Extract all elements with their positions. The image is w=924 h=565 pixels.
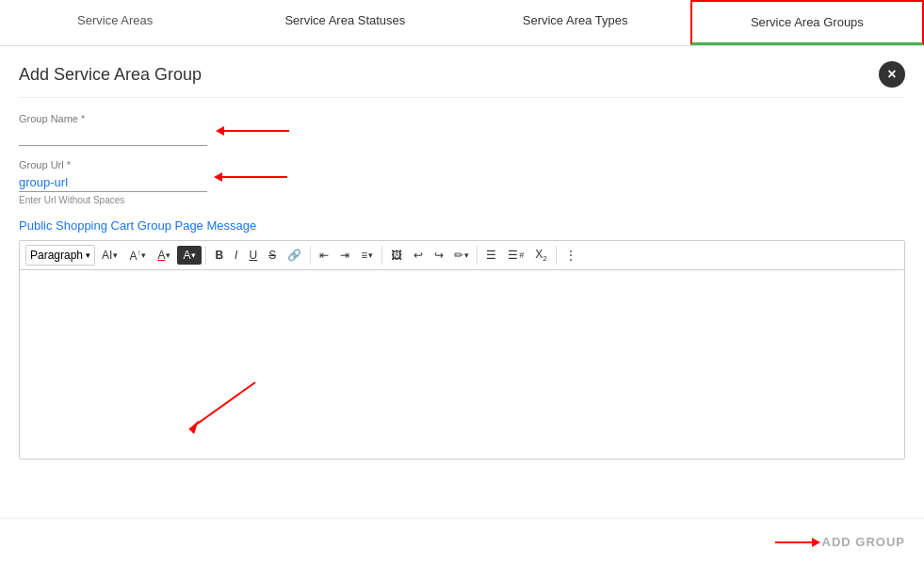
highlight-button[interactable]: ✏ ▾ — [450, 246, 473, 265]
subscript-icon: X2 — [535, 248, 546, 263]
tab-label: Service Area Types — [523, 13, 628, 27]
close-icon: × — [887, 66, 896, 83]
strikethrough-icon: S — [268, 249, 276, 262]
editor-toolbar: Paragraph ▾ AI ▾ A↑ ▾ A ▾ A ▾ — [20, 241, 904, 270]
group-url-label: Group Url * — [19, 159, 905, 170]
underline-button[interactable]: U — [244, 246, 262, 265]
more-icon: ⋮ — [565, 249, 576, 262]
add-group-row: ADD GROUP — [775, 535, 905, 549]
chevron-down-icon: ▾ — [368, 250, 373, 260]
redo-icon: ↪ — [434, 249, 444, 262]
toolbar-separator — [477, 246, 478, 265]
align-icon: ≡ — [361, 249, 367, 262]
group-url-input[interactable] — [19, 173, 207, 192]
main-content: Add Service Area Group × Group Name * Gr… — [0, 46, 924, 475]
toolbar-separator — [310, 246, 311, 265]
italic-button[interactable]: I — [230, 246, 242, 265]
image-button[interactable]: 🖼 — [386, 246, 407, 265]
bold-button[interactable]: B — [210, 246, 228, 265]
underline-icon: U — [249, 249, 257, 262]
tab-service-area-types[interactable]: Service Area Types — [461, 0, 690, 45]
group-name-field: Group Name * — [19, 113, 905, 146]
indent-out-button[interactable]: ⇤ — [315, 246, 333, 265]
font-size-icon: AI — [102, 249, 112, 262]
image-icon: 🖼 — [391, 249, 402, 262]
list-ordered-icon: ☰ — [508, 249, 518, 262]
list-unordered-button[interactable]: ☰ — [481, 246, 501, 265]
font-color-button[interactable]: A ▾ — [153, 246, 175, 265]
tab-label: Service Areas — [77, 13, 153, 27]
paragraph-select[interactable]: Paragraph ▾ — [25, 245, 95, 266]
bg-color-button[interactable]: A ▾ — [177, 246, 202, 265]
link-icon: 🔗 — [287, 249, 301, 262]
section-header: Add Service Area Group × — [19, 61, 905, 98]
chevron-down-icon: ▾ — [191, 250, 196, 260]
redo-button[interactable]: ↪ — [430, 246, 448, 265]
editor-section-label: Public Shopping Cart Group Page Message — [19, 218, 905, 233]
close-button[interactable]: × — [879, 61, 905, 88]
indent-in-button[interactable]: ⇥ — [335, 246, 354, 265]
add-group-button[interactable]: ADD GROUP — [822, 535, 905, 549]
more-button[interactable]: ⋮ — [560, 246, 581, 265]
toolbar-separator — [556, 246, 557, 265]
paragraph-label: Paragraph — [30, 249, 83, 262]
group-url-field: Group Url * Enter Url Without Spaces — [19, 159, 905, 205]
font-size-grow-button[interactable]: A↑ ▾ — [124, 246, 151, 266]
group-url-arrow — [221, 176, 287, 178]
chevron-down-icon: ▾ — [166, 250, 170, 260]
list-ordered-num: # — [519, 250, 524, 260]
font-color-icon: A — [157, 249, 165, 262]
undo-button[interactable]: ↩ — [409, 246, 428, 265]
group-name-label: Group Name * — [19, 113, 905, 124]
group-name-arrow — [221, 130, 289, 132]
add-group-arrow — [775, 541, 813, 543]
tabs-bar: Service Areas Service Area Statuses Serv… — [0, 0, 924, 46]
subscript-button[interactable]: X2 — [530, 245, 551, 266]
bold-icon: B — [215, 249, 223, 262]
tab-service-areas[interactable]: Service Areas — [0, 0, 230, 45]
toolbar-separator — [381, 246, 382, 265]
bottom-bar: ADD GROUP — [0, 518, 924, 565]
chevron-down-icon: ▾ — [464, 250, 469, 260]
link-button[interactable]: 🔗 — [283, 246, 306, 265]
chevron-down-icon: ▾ — [86, 250, 90, 260]
list-ordered-button[interactable]: ☰ # — [503, 246, 528, 265]
undo-icon: ↩ — [413, 249, 423, 262]
chevron-down-icon: ▾ — [141, 250, 146, 260]
add-group-label: ADD GROUP — [822, 535, 905, 549]
tab-service-area-groups[interactable]: Service Area Groups — [690, 0, 924, 45]
indent-out-icon: ⇤ — [319, 249, 329, 262]
font-size-grow-icon: A↑ — [129, 249, 140, 263]
highlight-icon: ✏ — [454, 249, 463, 262]
strikethrough-button[interactable]: S — [264, 246, 281, 265]
list-unordered-icon: ☰ — [486, 249, 496, 262]
font-size-button[interactable]: AI ▾ — [97, 246, 122, 265]
align-button[interactable]: ≡ ▾ — [356, 246, 378, 265]
bg-color-icon: A — [183, 249, 190, 262]
tab-label: Service Area Groups — [751, 15, 864, 29]
indent-in-icon: ⇥ — [340, 249, 349, 262]
editor-content-area[interactable] — [20, 270, 904, 459]
group-name-input[interactable] — [19, 127, 207, 146]
tab-service-area-statuses[interactable]: Service Area Statuses — [230, 0, 460, 45]
tab-label: Service Area Statuses — [284, 13, 405, 27]
page-title: Add Service Area Group — [19, 65, 202, 85]
toolbar-separator — [205, 246, 206, 265]
rich-text-editor: Paragraph ▾ AI ▾ A↑ ▾ A ▾ A ▾ — [19, 240, 905, 460]
group-url-hint: Enter Url Without Spaces — [19, 195, 905, 205]
italic-icon: I — [235, 249, 237, 262]
chevron-down-icon: ▾ — [113, 250, 118, 260]
